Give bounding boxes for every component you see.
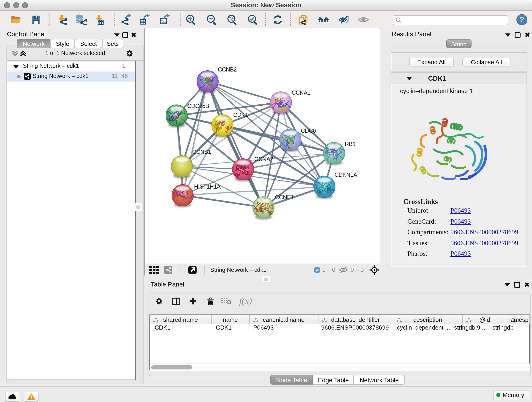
svg-text:CCNA1: CCNA1 (292, 89, 310, 96)
svg-text:CDC25B: CDC25B (187, 103, 209, 109)
svg-text:CDK1: CDK1 (233, 112, 248, 118)
svg-text:CCNA2: CCNA2 (254, 156, 273, 162)
svg-text:CCNB1: CCNB1 (192, 148, 211, 155)
svg-text:HIST1H1A: HIST1H1A (194, 183, 221, 190)
svg-text:CCNE1: CCNE1 (275, 194, 294, 200)
svg-text:CDC6: CDC6 (301, 128, 316, 134)
svg-text:RB1: RB1 (345, 141, 355, 147)
svg-text:CCNB2: CCNB2 (218, 66, 237, 73)
svg-text:CDKN1A: CDKN1A (335, 172, 357, 178)
